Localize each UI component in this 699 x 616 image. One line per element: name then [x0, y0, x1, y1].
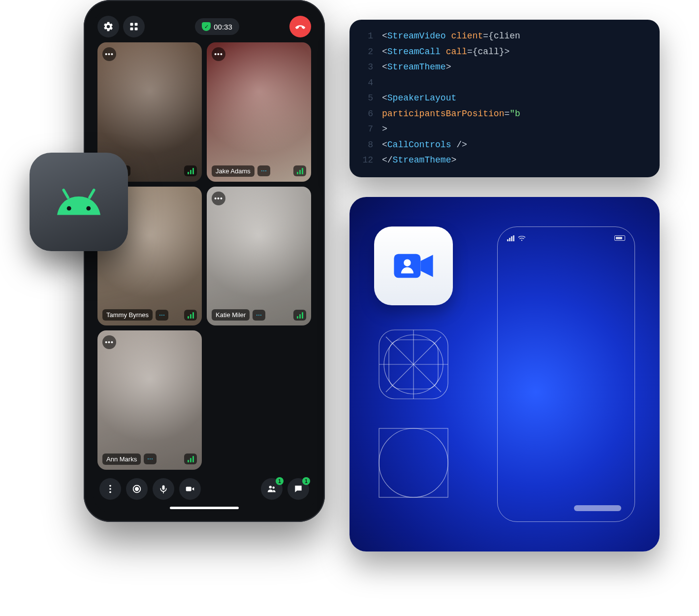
- dots-icon: ⋯: [147, 455, 153, 462]
- tile-menu-button[interactable]: ⋯: [257, 165, 270, 176]
- tile-name-bar: Ann Marks⋯: [102, 454, 197, 465]
- svg-rect-2: [130, 28, 133, 31]
- phone-mockup: ✓ 00:33 •••is⋯•••Jake Adams⋯•••Tammy Byr…: [84, 0, 325, 522]
- code-line: 2 <StreamCall call={call}>: [359, 44, 650, 60]
- line-number: 1: [359, 29, 373, 44]
- call-top-bar: ✓ 00:33: [93, 9, 316, 42]
- camera-icon: [185, 484, 195, 494]
- blueprint-circle-square-icon: [374, 423, 453, 502]
- svg-point-13: [67, 206, 71, 211]
- line-number: 6: [359, 106, 373, 122]
- wifi-icon: [518, 235, 526, 241]
- svg-point-27: [379, 428, 448, 497]
- svg-point-11: [269, 486, 272, 489]
- code-line: 12 </StreamTheme>: [359, 153, 650, 168]
- code-content: <StreamVideo client={clien: [382, 29, 520, 44]
- dots-horizontal-icon: •••: [105, 338, 114, 346]
- record-button[interactable]: [126, 478, 148, 500]
- svg-rect-10: [186, 486, 191, 491]
- svg-rect-30: [511, 236, 512, 241]
- participant-grid: •••is⋯•••Jake Adams⋯•••Tammy Byrnes⋯•••K…: [93, 42, 316, 471]
- participant-name: Ann Marks: [102, 454, 141, 465]
- connection-quality-icon: [184, 310, 197, 321]
- microphone-icon: [159, 484, 168, 494]
- code-content: <SpeakerLayout: [382, 91, 456, 106]
- svg-line-15: [64, 190, 68, 197]
- participant-tile[interactable]: •••Jake Adams⋯: [207, 42, 311, 182]
- code-line: 3 <StreamTheme>: [359, 60, 650, 75]
- call-duration: 00:33: [214, 23, 232, 31]
- phone-home-indicator: [574, 505, 621, 511]
- chat-icon: [293, 484, 303, 494]
- participants-button[interactable]: 1: [261, 478, 283, 500]
- call-duration-pill[interactable]: ✓ 00:33: [195, 18, 239, 35]
- code-content: participantsBarPosition="b: [382, 106, 520, 122]
- code-content: >: [382, 122, 387, 137]
- chat-button[interactable]: 1: [287, 478, 309, 500]
- android-icon: [52, 185, 106, 219]
- line-number: 2: [359, 44, 373, 60]
- home-indicator: [170, 507, 239, 509]
- layout-grid-button[interactable]: [123, 16, 145, 37]
- svg-rect-29: [509, 238, 510, 241]
- svg-point-5: [109, 488, 111, 490]
- mic-button[interactable]: [153, 478, 174, 500]
- blueprint-grid-icon: [374, 325, 453, 404]
- svg-point-12: [272, 486, 274, 488]
- dots-icon: ⋯: [261, 167, 267, 174]
- tile-options-button[interactable]: •••: [212, 192, 225, 205]
- blueprint-card: [350, 197, 660, 551]
- app-icon-preview: [374, 227, 453, 305]
- svg-line-16: [90, 190, 94, 197]
- code-line: 4: [359, 75, 650, 91]
- code-line: 5 <SpeakerLayout: [359, 91, 650, 106]
- phone-screen: ✓ 00:33 •••is⋯•••Jake Adams⋯•••Tammy Byr…: [93, 9, 316, 513]
- connection-quality-icon: [293, 165, 306, 176]
- video-placeholder: [207, 42, 311, 182]
- svg-rect-3: [135, 28, 138, 31]
- participant-name: Tammy Byrnes: [102, 309, 153, 321]
- tile-menu-button[interactable]: ⋯: [156, 310, 168, 321]
- line-number: 5: [359, 91, 373, 106]
- code-line: 6participantsBarPosition="b: [359, 106, 650, 122]
- tile-name-bar: Jake Adams⋯: [212, 165, 306, 177]
- code-line: 7>: [359, 122, 650, 137]
- svg-point-32: [521, 240, 522, 241]
- svg-rect-26: [379, 428, 448, 497]
- tile-menu-button[interactable]: ⋯: [144, 454, 157, 464]
- participant-tile[interactable]: •••Ann Marks⋯: [97, 330, 202, 470]
- dots-horizontal-icon: •••: [105, 50, 114, 58]
- tile-options-button[interactable]: •••: [102, 47, 116, 61]
- signal-bars-icon: [507, 235, 515, 241]
- code-line: 8 <CallControls />: [359, 137, 650, 153]
- more-options-button[interactable]: [99, 478, 121, 500]
- svg-rect-28: [507, 239, 508, 241]
- tile-options-button[interactable]: •••: [212, 47, 225, 61]
- people-icon: [266, 484, 277, 494]
- code-content: <StreamTheme>: [382, 60, 451, 75]
- tile-menu-button[interactable]: ⋯: [253, 310, 265, 321]
- participant-tile[interactable]: •••Katie Miler⋯: [207, 187, 311, 326]
- grid-icon: [129, 22, 139, 32]
- line-number: 3: [359, 60, 373, 75]
- battery-icon: [614, 235, 625, 241]
- connection-quality-icon: [184, 165, 197, 176]
- dots-horizontal-icon: •••: [214, 50, 223, 58]
- svg-point-14: [86, 206, 91, 211]
- svg-rect-0: [130, 23, 133, 26]
- connection-quality-icon: [184, 454, 197, 464]
- camera-button[interactable]: [179, 478, 201, 500]
- svg-rect-1: [135, 23, 138, 26]
- dots-icon: ⋯: [256, 312, 262, 319]
- participants-badge: 1: [276, 477, 284, 485]
- settings-button[interactable]: [97, 16, 119, 37]
- line-number: 12: [359, 153, 373, 168]
- svg-point-6: [109, 491, 111, 493]
- line-number: 4: [359, 75, 373, 91]
- video-placeholder: [97, 330, 202, 470]
- code-line: 1<StreamVideo client={clien: [359, 29, 650, 44]
- svg-point-8: [135, 487, 138, 490]
- call-bottom-bar: 1 1: [93, 471, 316, 504]
- code-content: <StreamCall call={call}>: [382, 44, 509, 60]
- end-call-button[interactable]: [289, 16, 311, 37]
